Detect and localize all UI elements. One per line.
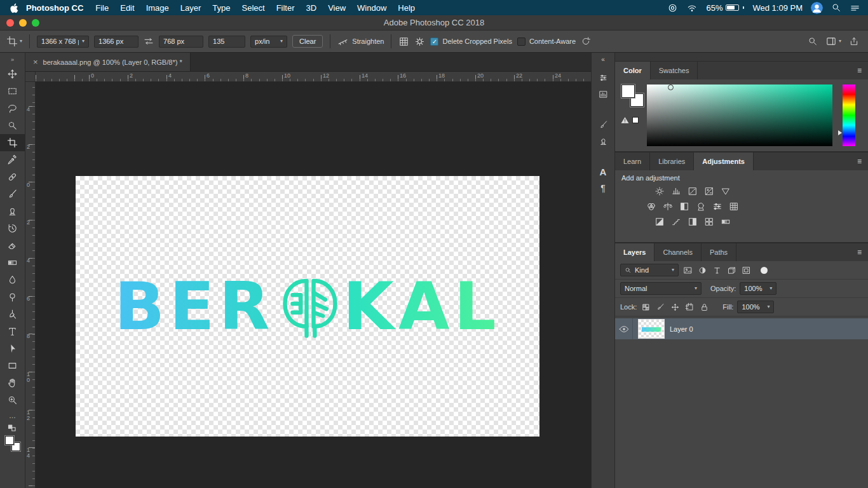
- tool-spot-healing-brush[interactable]: [0, 168, 25, 186]
- menubar-app-name[interactable]: Photoshop CC: [24, 3, 90, 13]
- lock-all-icon[interactable]: [699, 302, 710, 313]
- adjustment-gradient-map-icon[interactable]: [720, 216, 731, 227]
- color-panel-menu-icon[interactable]: [857, 62, 868, 79]
- crop-width-input[interactable]: 1366 px: [94, 36, 139, 48]
- tab-swatches[interactable]: Swatches: [651, 62, 698, 79]
- tool-dodge[interactable]: [0, 288, 25, 306]
- tab-libraries[interactable]: Libraries: [650, 152, 694, 170]
- menu-type[interactable]: Type: [207, 3, 236, 13]
- layer-thumbnail[interactable]: [638, 319, 665, 339]
- tool-crop[interactable]: [0, 134, 25, 151]
- tab-adjustments[interactable]: Adjustments: [694, 152, 754, 170]
- tool-eraser[interactable]: [0, 237, 25, 254]
- menu-edit[interactable]: Edit: [114, 3, 140, 13]
- hue-slider[interactable]: [843, 85, 855, 146]
- content-aware-checkbox[interactable]: Content-Aware: [517, 37, 576, 46]
- filter-shape-layers-icon[interactable]: [726, 265, 737, 276]
- layer-row-layer-0[interactable]: Layer 0: [615, 318, 868, 339]
- lock-position-icon[interactable]: [670, 302, 681, 313]
- tool-hand[interactable]: [0, 374, 25, 391]
- clear-button[interactable]: Clear: [292, 35, 323, 48]
- lock-artboard-icon[interactable]: [684, 302, 695, 313]
- tool-zoom[interactable]: [0, 391, 25, 409]
- menu-help[interactable]: Help: [392, 3, 421, 13]
- adjustment-selective-color-icon[interactable]: [703, 216, 714, 227]
- canvas[interactable]: BER KAL: [76, 176, 539, 437]
- tab-learn[interactable]: Learn: [615, 152, 650, 170]
- wifi-icon[interactable]: [686, 3, 698, 13]
- menu-view[interactable]: View: [322, 3, 351, 13]
- apple-icon[interactable]: [0, 3, 24, 13]
- gamut-warning[interactable]: [621, 116, 639, 124]
- histogram-panel-icon[interactable]: [591, 86, 615, 102]
- adjustment-invert-icon[interactable]: [654, 216, 665, 227]
- fill-select[interactable]: 100%: [737, 301, 774, 313]
- character-panel-icon[interactable]: A: [591, 163, 615, 180]
- filtering-toggle[interactable]: [761, 267, 768, 274]
- menu-image[interactable]: Image: [140, 3, 175, 13]
- adjustment-hue-saturation-icon[interactable]: [646, 201, 656, 212]
- adjustment-color-lookup-icon[interactable]: [728, 201, 739, 212]
- foreground-color-swatch[interactable]: [5, 436, 14, 445]
- tool-rectangle-shape[interactable]: [0, 357, 25, 374]
- tab-paths[interactable]: Paths: [702, 243, 736, 261]
- tool-history-brush[interactable]: [0, 220, 25, 237]
- layer-visibility-eye-icon[interactable]: [615, 318, 633, 339]
- crop-preset-select[interactable]: 868 x 488 p...: [37, 36, 89, 48]
- paragraph-panel-icon[interactable]: ¶: [591, 180, 615, 196]
- tool-rectangular-marquee[interactable]: [0, 83, 25, 100]
- spotlight-search-icon[interactable]: [831, 3, 841, 13]
- adjustments-panel-menu-icon[interactable]: [857, 152, 868, 170]
- tool-clone-stamp[interactable]: [0, 203, 25, 220]
- search-icon[interactable]: [808, 36, 818, 46]
- resolution-unit-select[interactable]: px/in: [250, 36, 287, 48]
- horizontal-ruler[interactable]: 0 2 4 6 8 10 12 14 16 18 20 22 24: [36, 72, 591, 82]
- adjustment-black-white-icon[interactable]: [679, 201, 689, 212]
- adjustment-posterize-icon[interactable]: [670, 216, 681, 227]
- foreground-background-swatches[interactable]: [5, 436, 20, 451]
- delete-cropped-pixels-checkbox[interactable]: Delete Cropped Pixels: [430, 37, 512, 46]
- filter-adjustment-layers-icon[interactable]: [697, 265, 708, 276]
- swap-dimensions-icon[interactable]: [144, 37, 154, 46]
- menu-file[interactable]: File: [90, 3, 114, 13]
- tool-gradient[interactable]: [0, 254, 25, 271]
- properties-panel-icon[interactable]: [591, 69, 615, 86]
- notification-center-icon[interactable]: [850, 3, 860, 13]
- tab-color[interactable]: Color: [615, 62, 651, 79]
- tool-type[interactable]: [0, 323, 25, 340]
- brush-settings-panel-icon[interactable]: [591, 116, 615, 133]
- canvas-viewport[interactable]: BER KAL: [36, 82, 591, 488]
- hue-slider-marker[interactable]: [838, 130, 842, 135]
- menu-layer[interactable]: Layer: [175, 3, 207, 13]
- blend-mode-select[interactable]: Normal: [620, 282, 702, 295]
- user-avatar[interactable]: [811, 2, 823, 14]
- tab-layers[interactable]: Layers: [615, 243, 654, 261]
- adjustment-brightness-contrast-icon[interactable]: [654, 186, 665, 196]
- tool-lasso[interactable]: [0, 100, 25, 117]
- default-colors-icon[interactable]: [8, 424, 17, 432]
- tab-channels[interactable]: Channels: [654, 243, 701, 261]
- menu-filter[interactable]: Filter: [271, 3, 301, 13]
- expand-panels-icon[interactable]: [601, 54, 605, 64]
- crop-settings-gear-icon[interactable]: [414, 36, 425, 47]
- toolbar-expand-icon[interactable]: [11, 55, 14, 64]
- crop-tool-icon[interactable]: [6, 36, 22, 47]
- menubar-clock[interactable]: Wed 1:09 PM: [752, 3, 803, 13]
- tool-eyedropper[interactable]: [0, 151, 25, 168]
- layer-filter-kind-select[interactable]: Kind: [620, 264, 679, 276]
- close-document-icon[interactable]: [33, 58, 38, 66]
- workspace-switcher[interactable]: [825, 36, 841, 46]
- adjustment-photo-filter-icon[interactable]: [695, 201, 706, 212]
- opacity-select[interactable]: 100%: [740, 282, 776, 295]
- filter-smart-objects-icon[interactable]: [741, 265, 752, 276]
- adjustment-exposure-icon[interactable]: [703, 186, 714, 196]
- minimize-window-button[interactable]: [19, 19, 27, 27]
- adjustment-curves-icon[interactable]: [687, 186, 698, 196]
- menu-select[interactable]: Select: [236, 3, 270, 13]
- crop-resolution-input[interactable]: 135: [208, 36, 245, 48]
- filter-image-layers-icon[interactable]: [682, 265, 693, 276]
- adjustment-threshold-icon[interactable]: [687, 216, 698, 227]
- menu-window[interactable]: Window: [351, 3, 392, 13]
- close-window-button[interactable]: [6, 19, 14, 27]
- clone-source-panel-icon[interactable]: [591, 133, 615, 149]
